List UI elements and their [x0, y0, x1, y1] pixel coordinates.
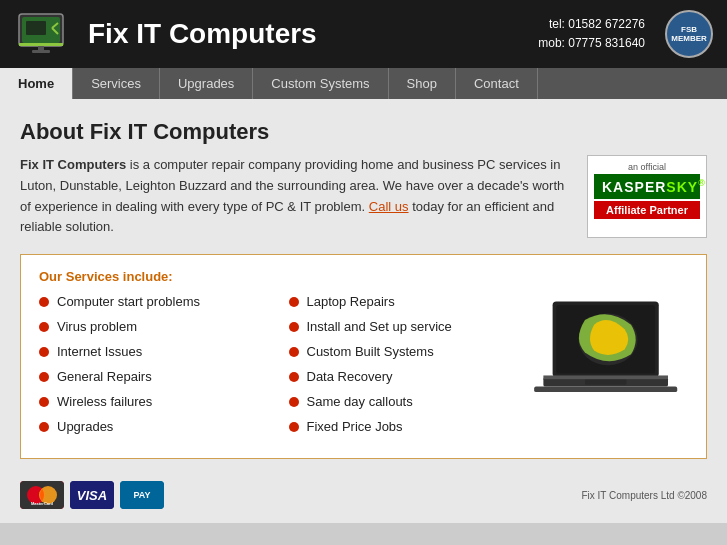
service-label: Same day callouts	[307, 394, 413, 409]
brand-name: Fix IT Computers	[20, 157, 126, 172]
payment-icons: MasterCard VISA PAY	[20, 481, 164, 509]
list-item: Wireless failures	[39, 394, 269, 409]
svg-rect-2	[26, 21, 46, 35]
kaspersky-name-part: KASPER	[602, 179, 666, 195]
svg-rect-12	[534, 386, 677, 392]
tel-number: tel: 01582 672276	[538, 15, 645, 34]
bullet	[289, 422, 299, 432]
bullet	[39, 422, 49, 432]
bullet	[289, 297, 299, 307]
service-label: Data Recovery	[307, 369, 393, 384]
service-label: Install and Set up service	[307, 319, 452, 334]
service-label: General Repairs	[57, 369, 152, 384]
other-payment-icon: PAY	[120, 481, 164, 509]
service-label: Internet Issues	[57, 344, 142, 359]
kaspersky-official-label: an official	[628, 162, 666, 172]
list-item: Computer start problems	[39, 294, 269, 309]
copyright: Fix IT Computers Ltd ©2008	[581, 490, 707, 501]
list-item: General Repairs	[39, 369, 269, 384]
svg-rect-6	[32, 50, 50, 53]
svg-rect-7	[19, 43, 63, 46]
svg-rect-14	[543, 375, 668, 379]
laptop-image	[528, 269, 688, 444]
logo-icon	[14, 10, 74, 58]
kaspersky-logo: KASPERSKY®	[594, 174, 700, 199]
kaspersky-sky-part: SKY	[666, 179, 698, 195]
page-title: About Fix IT Computers	[20, 119, 707, 145]
nav-shop[interactable]: Shop	[389, 68, 456, 99]
mastercard-icon: MasterCard	[20, 481, 64, 509]
svg-text:VISA: VISA	[77, 488, 107, 503]
bullet	[289, 372, 299, 382]
bullet	[39, 322, 49, 332]
contact-info: tel: 01582 672276 mob: 07775 831640	[538, 15, 645, 53]
list-item: Internet Issues	[39, 344, 269, 359]
bullet	[39, 347, 49, 357]
service-label: Laptop Repairs	[307, 294, 395, 309]
service-label: Fixed Price Jobs	[307, 419, 403, 434]
header: Fix IT Computers tel: 01582 672276 mob: …	[0, 0, 727, 68]
service-label: Upgrades	[57, 419, 113, 434]
bullet	[289, 322, 299, 332]
bullet	[39, 397, 49, 407]
services-box: Our Services include: Computer start pro…	[20, 254, 707, 459]
service-label: Computer start problems	[57, 294, 200, 309]
logo-area: Fix IT Computers	[14, 10, 317, 58]
mob-number: mob: 07775 831640	[538, 34, 645, 53]
services-lists: Our Services include: Computer start pro…	[39, 269, 518, 444]
visa-icon: VISA	[70, 481, 114, 509]
main-footer: MasterCard VISA PAY Fix IT Computers Ltd…	[20, 475, 707, 513]
navigation: Home Services Upgrades Custom Systems Sh…	[0, 68, 727, 99]
logo-text: Fix IT Computers	[88, 18, 317, 50]
bullet	[289, 397, 299, 407]
service-label: Wireless failures	[57, 394, 152, 409]
fsb-line1: FSB	[681, 25, 697, 34]
services-left: Computer start problems Virus problem In…	[39, 294, 269, 444]
service-label: Virus problem	[57, 319, 137, 334]
services-right: Laptop Repairs Install and Set up servic…	[289, 294, 519, 444]
nav-upgrades[interactable]: Upgrades	[160, 68, 253, 99]
nav-contact[interactable]: Contact	[456, 68, 538, 99]
bullet	[289, 347, 299, 357]
list-item: Same day callouts	[289, 394, 519, 409]
fsb-line2: MEMBER	[671, 34, 707, 43]
intro-text: Fix IT Computers is a computer repair co…	[20, 155, 567, 238]
svg-text:MasterCard: MasterCard	[31, 501, 54, 506]
call-us-link[interactable]: Call us	[369, 199, 409, 214]
kaspersky-badge: an official KASPERSKY® Affiliate Partner	[587, 155, 707, 238]
list-item: Custom Built Systems	[289, 344, 519, 359]
nav-custom-systems[interactable]: Custom Systems	[253, 68, 388, 99]
bullet	[39, 297, 49, 307]
svg-text:PAY: PAY	[133, 490, 150, 500]
bullet	[39, 372, 49, 382]
nav-home[interactable]: Home	[0, 68, 73, 99]
service-label: Custom Built Systems	[307, 344, 434, 359]
list-item: Laptop Repairs	[289, 294, 519, 309]
services-title: Our Services include:	[39, 269, 518, 284]
list-item: Upgrades	[39, 419, 269, 434]
affiliate-text: Affiliate Partner	[594, 201, 700, 219]
nav-services[interactable]: Services	[73, 68, 160, 99]
list-item: Data Recovery	[289, 369, 519, 384]
main-content: About Fix IT Computers Fix IT Computers …	[0, 99, 727, 523]
content-area: Fix IT Computers is a computer repair co…	[20, 155, 707, 238]
list-item: Virus problem	[39, 319, 269, 334]
list-item: Fixed Price Jobs	[289, 419, 519, 434]
fsb-badge: FSB MEMBER	[665, 10, 713, 58]
svg-rect-13	[585, 379, 627, 385]
list-item: Install and Set up service	[289, 319, 519, 334]
kaspersky-reg: ®	[698, 178, 706, 188]
